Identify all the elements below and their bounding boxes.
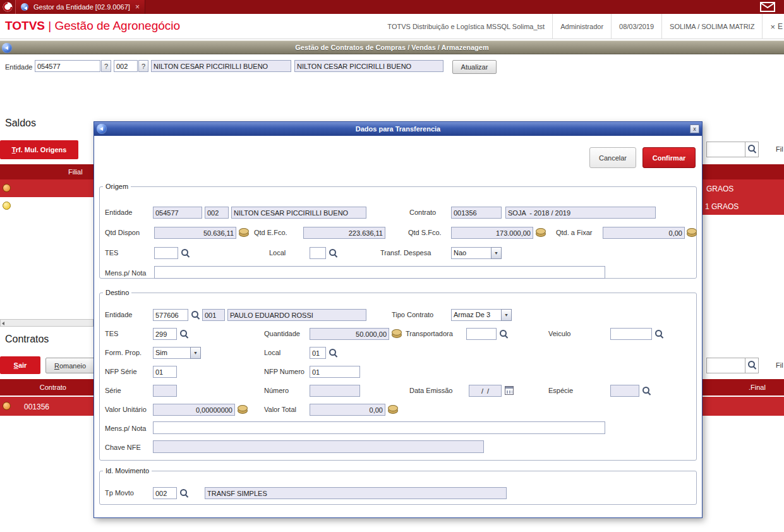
origem-loja-input[interactable] — [205, 207, 229, 219]
serie-label: Série — [105, 387, 121, 394]
origem-nome-input[interactable] — [231, 207, 366, 219]
origem-mens-label: Mens.p/ Nota — [105, 269, 146, 277]
dialog-icon — [97, 124, 107, 134]
qtd-fixar-label: Qtd. a Fixar — [556, 229, 592, 236]
valor-unitario-input[interactable] — [153, 404, 235, 416]
company-label: SOLIMA / SOLIMA MATRIZ — [662, 23, 762, 30]
lookup-icon[interactable] — [499, 329, 509, 339]
transportadora-input[interactable] — [466, 328, 497, 340]
lookup-icon[interactable] — [329, 348, 338, 358]
destino-loja-input[interactable] — [202, 309, 225, 321]
environment-label: TOTVS Distribuição e Logística MSSQL Sol… — [380, 23, 552, 30]
qtd-dispon-label: Qtd Dispon — [105, 229, 140, 236]
close-session-label[interactable]: E — [778, 22, 784, 31]
saldos-row-2-right[interactable]: 1 GRAOS — [703, 197, 784, 215]
money-icon[interactable] — [687, 228, 697, 236]
cancelar-button[interactable]: Cancelar — [589, 147, 636, 168]
chevron-down-icon[interactable]: ▼ — [501, 309, 512, 321]
chevron-down-icon[interactable]: ▼ — [491, 247, 502, 259]
destino-tes-input[interactable] — [153, 328, 177, 340]
money-icon[interactable] — [536, 228, 546, 236]
dialog-close-icon[interactable]: x — [690, 124, 699, 133]
lookup-icon[interactable] — [179, 488, 189, 498]
calendar-icon[interactable] — [505, 386, 514, 395]
nfp-serie-input[interactable] — [153, 366, 177, 378]
entidade-code-help-button[interactable]: ? — [101, 60, 111, 72]
status-orange-icon — [3, 184, 11, 192]
atualizar-button[interactable]: Atualizar — [452, 60, 497, 74]
user-label: Administrador — [553, 23, 611, 30]
money-icon[interactable] — [238, 405, 248, 413]
sair-button[interactable]: Sair — [0, 356, 40, 374]
chave-nfe-input[interactable] — [153, 440, 484, 453]
money-icon[interactable] — [392, 329, 402, 337]
saldos-search-button[interactable] — [745, 142, 759, 157]
tab-close-icon[interactable]: × — [135, 3, 140, 11]
entidade-store-help-button[interactable]: ? — [138, 60, 148, 72]
transportadora-label: Transportadora — [406, 330, 453, 337]
transfer-dialog-titlebar[interactable]: Dados para Transferencia x — [94, 122, 702, 136]
entidade-code-input[interactable] — [35, 60, 100, 72]
origem-local-input[interactable] — [310, 247, 326, 259]
entidade-store-input[interactable] — [114, 60, 138, 72]
saldos-row-2-left[interactable] — [0, 197, 93, 215]
numero-input[interactable] — [310, 385, 360, 397]
money-icon[interactable] — [388, 405, 398, 413]
qtd-sfco-input[interactable] — [451, 227, 533, 239]
veiculo-label: Veiculo — [548, 330, 570, 337]
origem-mens-input[interactable] — [154, 266, 605, 279]
tipo-contrato-label: Tipo Contrato — [392, 311, 433, 318]
close-session-icon[interactable]: × — [763, 22, 778, 32]
data-emissao-input[interactable] — [469, 385, 502, 397]
form-prop-combo[interactable]: Sim — [153, 347, 191, 359]
lookup-icon[interactable] — [191, 310, 200, 320]
movimento-group: Id. Movimento Tp Movto — [99, 467, 697, 505]
tipo-contrato-combo[interactable]: Armaz De 3 — [451, 309, 502, 321]
transfer-dialog: Dados para Transferencia x Cancelar Conf… — [93, 121, 703, 518]
contratos-filter-input[interactable] — [706, 358, 745, 373]
saldos-row2-product: 1 GRAOS — [705, 202, 739, 211]
qtd-fixar-input[interactable] — [603, 227, 685, 239]
entidade-name-input[interactable] — [151, 60, 291, 72]
tab-gestor-entidade[interactable]: Gestor da Entidade [02.9.0067] × — [15, 0, 145, 14]
quantidade-input[interactable] — [310, 328, 389, 340]
lookup-icon[interactable] — [179, 329, 189, 339]
chevron-down-icon[interactable]: ▼ — [190, 347, 201, 359]
qtd-efco-input[interactable] — [303, 227, 385, 239]
entidade-name2-input[interactable] — [294, 60, 443, 72]
header-right: TOTVS Distribuição e Logística MSSQL Sol… — [380, 14, 784, 39]
destino-local-input[interactable] — [310, 347, 326, 359]
lookup-icon[interactable] — [181, 248, 190, 258]
valor-total-input[interactable] — [310, 404, 385, 416]
destino-entidade-input[interactable] — [153, 309, 188, 321]
origem-contrato-input[interactable] — [451, 207, 502, 219]
lookup-icon[interactable] — [329, 248, 338, 258]
money-icon[interactable] — [239, 228, 249, 236]
especie-input[interactable] — [610, 385, 639, 397]
trf-mul-origens-button[interactable]: Trf. Mul. Origens — [0, 140, 78, 159]
tp-movto-desc-input[interactable] — [205, 487, 507, 499]
mail-icon[interactable] — [760, 2, 775, 15]
destino-mens-input[interactable] — [153, 421, 605, 434]
brand: TOTVS | Gestão de Agronegócio — [5, 19, 180, 33]
transf-despesa-combo[interactable]: Nao — [451, 247, 492, 259]
origem-tes-input[interactable] — [154, 247, 178, 259]
origem-entidade-input[interactable] — [153, 207, 202, 219]
lookup-icon[interactable] — [654, 329, 664, 339]
origem-contrato-desc-input[interactable] — [505, 207, 656, 219]
serie-input[interactable] — [153, 385, 177, 397]
app-logo-icon — [3, 2, 13, 12]
veiculo-input[interactable] — [610, 328, 652, 340]
saldos-filter-input[interactable] — [706, 142, 745, 157]
destino-nome-input[interactable] — [227, 309, 366, 321]
chave-nfe-label: Chave NFE — [105, 444, 141, 451]
qtd-dispon-input[interactable] — [154, 227, 236, 239]
saldos-hscrollbar[interactable] — [0, 319, 93, 327]
romaneio-button[interactable]: Romaneio — [45, 358, 95, 373]
contratos-search-button[interactable] — [745, 358, 759, 373]
tp-movto-input[interactable] — [153, 487, 177, 499]
confirmar-button[interactable]: Confirmar — [642, 147, 696, 168]
transfer-dialog-body: Cancelar Confirmar Origem Entidade Contr… — [94, 136, 702, 517]
lookup-icon[interactable] — [642, 386, 651, 396]
nfp-numero-input[interactable] — [310, 366, 360, 378]
